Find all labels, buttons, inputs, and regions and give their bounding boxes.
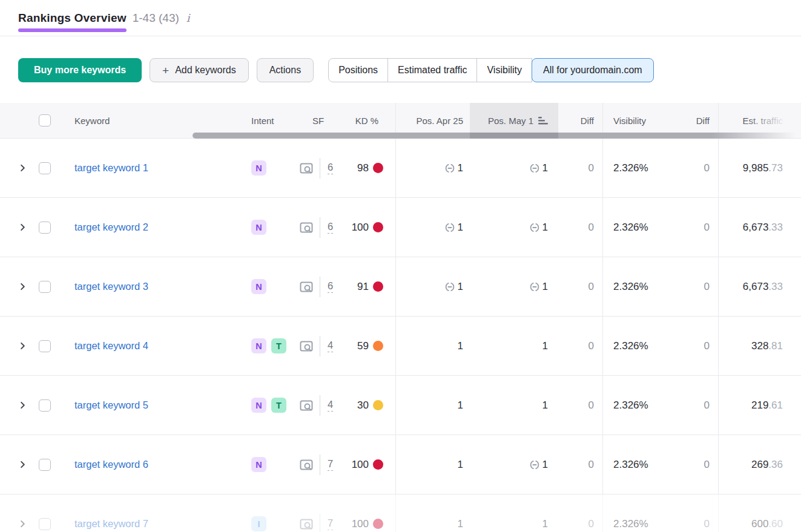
est-traffic-value: 6,673 xyxy=(743,281,769,293)
serp-preview-icon[interactable] xyxy=(298,516,314,532)
pos-diff-value: 0 xyxy=(588,399,594,412)
position-link-icon[interactable] xyxy=(444,222,455,233)
expand-row-icon[interactable] xyxy=(18,519,27,528)
expand-row-icon[interactable] xyxy=(18,163,27,172)
page-title: Rankings Overview xyxy=(18,11,127,24)
actions-button[interactable]: Actions xyxy=(257,58,314,82)
tab-estimated-traffic[interactable]: Estimated traffic xyxy=(387,58,477,82)
pos-may-value: 1 xyxy=(542,518,548,530)
kd-difficulty-dot xyxy=(373,163,383,173)
row-checkbox[interactable] xyxy=(39,518,51,530)
table-body: target keyword 1 N 6 98 1 1 0 2.326% xyxy=(0,138,801,532)
visibility-diff-value: 0 xyxy=(704,459,710,471)
keyword-link[interactable]: target keyword 6 xyxy=(74,459,148,470)
pos-apr-value: 1 xyxy=(458,340,463,352)
sf-count-link[interactable]: 7 xyxy=(328,458,333,471)
serp-preview-icon[interactable] xyxy=(298,160,314,176)
position-link-icon[interactable] xyxy=(444,163,455,174)
table-row: target keyword 2 N 6 100 1 1 0 2.326% xyxy=(0,198,801,257)
intent-badge-n: N xyxy=(251,160,266,176)
keyword-link[interactable]: target keyword 3 xyxy=(74,281,148,292)
pos-apr-value: 1 xyxy=(458,222,463,234)
row-checkbox[interactable] xyxy=(39,459,51,471)
sf-count-link[interactable]: 6 xyxy=(328,221,333,234)
pos-diff-value: 0 xyxy=(588,518,594,530)
sort-ascending-icon xyxy=(538,117,548,125)
serp-preview-icon[interactable] xyxy=(298,398,314,413)
row-checkbox[interactable] xyxy=(39,162,51,174)
kd-value: 59 xyxy=(357,340,369,352)
position-link-icon[interactable] xyxy=(529,459,540,470)
pos-apr-value: 1 xyxy=(458,399,463,412)
select-all-checkbox[interactable] xyxy=(39,114,51,126)
kd-value: 91 xyxy=(357,281,369,293)
keyword-link[interactable]: target keyword 2 xyxy=(74,222,148,233)
kd-difficulty-dot xyxy=(373,222,383,232)
expand-row-icon[interactable] xyxy=(18,460,27,469)
keyword-link[interactable]: target keyword 5 xyxy=(74,399,148,411)
buy-more-keywords-button[interactable]: Buy more keywords xyxy=(18,58,142,82)
keyword-link[interactable]: target keyword 4 xyxy=(74,340,148,352)
kd-difficulty-dot xyxy=(373,519,383,529)
serp-preview-icon[interactable] xyxy=(298,279,314,295)
tab-all-for-yourdomain[interactable]: All for yourdomain.com xyxy=(532,58,654,82)
est-traffic-value: 600 xyxy=(751,518,768,530)
pos-apr-value: 1 xyxy=(458,459,463,471)
sf-count-link[interactable]: 7 xyxy=(328,517,333,531)
table-row: target keyword 3 N 6 91 1 1 0 2.326% xyxy=(0,257,801,317)
kd-difficulty-dot xyxy=(373,400,383,410)
add-keywords-button[interactable]: + Add keywords xyxy=(150,58,249,82)
keyword-link[interactable]: target keyword 7 xyxy=(74,518,148,530)
pos-may-value: 1 xyxy=(542,459,548,471)
keyword-link[interactable]: target keyword 1 xyxy=(74,162,148,174)
serp-preview-icon[interactable] xyxy=(298,338,314,354)
pos-may-value: 1 xyxy=(542,222,548,234)
tab-positions[interactable]: Positions xyxy=(328,58,388,82)
intent-badge-n: N xyxy=(251,338,266,353)
row-checkbox[interactable] xyxy=(39,399,51,412)
row-checkbox[interactable] xyxy=(39,340,51,352)
visibility-value: 2.326% xyxy=(613,459,648,471)
table-row: target keyword 6 N 7 100 1 1 0 2.326% 0 … xyxy=(0,435,801,494)
pos-diff-value: 0 xyxy=(588,281,594,293)
est-traffic-value: 269 xyxy=(751,459,768,471)
kd-difficulty-dot xyxy=(373,459,383,470)
intent-badge-i: I xyxy=(251,516,266,531)
horizontal-scrollbar[interactable] xyxy=(193,133,796,139)
intent-badge-n: N xyxy=(251,279,266,294)
sf-count-link[interactable]: 4 xyxy=(328,399,333,412)
info-icon[interactable]: i xyxy=(186,11,190,24)
table-row: target keyword 1 N 6 98 1 1 0 2.326% xyxy=(0,139,801,198)
serp-preview-icon[interactable] xyxy=(298,457,314,473)
divider xyxy=(320,217,320,238)
sf-count-link[interactable]: 6 xyxy=(328,280,333,294)
est-traffic-value: 6,673 xyxy=(743,222,769,234)
sf-count-link[interactable]: 4 xyxy=(328,340,333,353)
pos-apr-value: 1 xyxy=(458,162,463,174)
row-checkbox[interactable] xyxy=(39,281,51,293)
visibility-diff-value: 0 xyxy=(704,399,710,412)
expand-row-icon[interactable] xyxy=(18,401,27,410)
intent-badge-n: N xyxy=(251,457,266,472)
divider xyxy=(320,395,320,416)
rankings-table: Keyword Intent SF KD % Pos. Apr 25 Pos. … xyxy=(0,103,801,532)
intent-badge-n: N xyxy=(251,398,266,413)
serp-preview-icon[interactable] xyxy=(298,220,314,235)
sf-count-link[interactable]: 6 xyxy=(328,162,333,175)
expand-row-icon[interactable] xyxy=(18,341,27,350)
results-range: 1-43 (43) xyxy=(133,11,179,25)
expand-row-icon[interactable] xyxy=(18,282,27,291)
position-link-icon[interactable] xyxy=(529,163,540,174)
intent-badge-t: T xyxy=(271,398,286,413)
visibility-value: 2.326% xyxy=(613,162,648,174)
visibility-value: 2.326% xyxy=(613,281,648,293)
divider xyxy=(320,514,320,532)
pos-may-value: 1 xyxy=(542,399,548,412)
kd-value: 100 xyxy=(352,222,369,234)
position-link-icon[interactable] xyxy=(444,281,455,292)
row-checkbox[interactable] xyxy=(39,222,51,234)
position-link-icon[interactable] xyxy=(529,281,540,292)
tab-visibility[interactable]: Visibility xyxy=(476,58,532,82)
expand-row-icon[interactable] xyxy=(18,223,27,232)
position-link-icon[interactable] xyxy=(529,222,540,233)
